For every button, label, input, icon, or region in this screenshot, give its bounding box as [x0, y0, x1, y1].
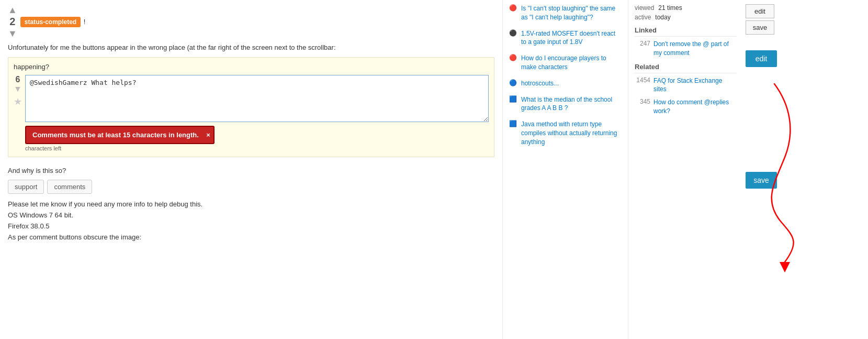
sidebar-icon-5: 🟦	[509, 120, 517, 127]
linked-count-0: 247	[635, 40, 650, 47]
info-line-4: As per comment buttons obscure the image…	[8, 233, 494, 241]
sidebar-link-2[interactable]: How do I encourage players to make chara…	[521, 54, 622, 72]
edit-button-top[interactable]: edit	[746, 4, 774, 18]
info-line-1: Please let me know if you need any more …	[8, 200, 494, 208]
related-title: Related	[635, 63, 737, 73]
sidebar-item-4: 🟦What is the median of the school grades…	[509, 95, 622, 116]
support-button[interactable]: support	[8, 180, 44, 194]
linked-items: 247Don't remove the @ part of my comment	[635, 40, 737, 58]
related-items: 1454FAQ for Stack Exchange sites345How d…	[635, 76, 737, 116]
save-button-blue[interactable]: save	[746, 172, 777, 189]
middle-links: 🔴Is "I can't stop laughing" the same as …	[509, 4, 622, 150]
vote-count: 2	[9, 16, 15, 28]
comment-section: happening? 6 ▼ ★ @SwedishGamerz What hel…	[8, 57, 494, 157]
edit-button-blue[interactable]: edit	[746, 50, 777, 67]
related-count-0: 1454	[635, 76, 650, 84]
save-button-top[interactable]: save	[746, 20, 774, 35]
vote-up-button[interactable]: ▲	[8, 5, 17, 15]
sidebar-icon-4: 🟦	[509, 95, 517, 103]
status-exclaim: !	[84, 18, 86, 26]
sidebar-icon-1: ⚫	[509, 29, 517, 37]
floating-buttons-wrapper: edit save edit save	[743, 0, 811, 339]
meta-active: active today	[635, 14, 737, 21]
sidebar-link-4[interactable]: What is the median of the school grades …	[521, 95, 622, 113]
related-count-1: 345	[635, 98, 650, 105]
meta-active-value: today	[655, 14, 670, 21]
linked-item-0: 247Don't remove the @ part of my comment	[635, 40, 737, 58]
comments-button[interactable]: comments	[47, 180, 92, 194]
char-counter: characters left	[25, 145, 489, 151]
meta-viewed-value: 21 times	[658, 4, 682, 12]
info-line-2: OS Windows 7 64 bit.	[8, 211, 494, 219]
inline-vote-count: 6	[16, 75, 20, 84]
related-link-1[interactable]: How do comment @replies work?	[653, 98, 737, 116]
sidebar-item-3: 🔵hotroscouts...	[509, 79, 622, 91]
related-link-0[interactable]: FAQ for Stack Exchange sites	[653, 76, 737, 94]
sidebar-item-2: 🔴How do I encourage players to make char…	[509, 54, 622, 75]
error-tooltip: Comments must be at least 15 characters …	[25, 126, 215, 144]
sidebar-link-0[interactable]: Is "I can't stop laughing" the same as "…	[521, 4, 622, 22]
linked-link-0[interactable]: Don't remove the @ part of my comment	[653, 40, 737, 58]
sidebar-link-5[interactable]: Java method with return type compiles wi…	[521, 120, 622, 146]
comment-happening: happening?	[14, 63, 489, 71]
middle-sidebar: 🔴Is "I can't stop laughing" the same as …	[502, 0, 628, 339]
right-sidebar: viewed 21 times active today Linked 247D…	[628, 0, 743, 339]
post-bottom: And why is this so?	[8, 166, 494, 176]
sidebar-icon-3: 🔵	[509, 79, 517, 86]
post-body: Unfortunately for me the buttons appear …	[8, 42, 494, 53]
linked-title: Linked	[635, 26, 737, 37]
comment-textarea[interactable]: @SwedishGamerz What helps?	[25, 75, 489, 122]
action-buttons: support comments	[8, 180, 494, 194]
sidebar-item-5: 🟦Java method with return type compiles w…	[509, 120, 622, 149]
related-item-0: 1454FAQ for Stack Exchange sites	[635, 76, 737, 94]
error-close-button[interactable]: ×	[206, 132, 210, 138]
inline-vote-down-button[interactable]: ▼	[14, 84, 22, 94]
vote-down-button[interactable]: ▼	[8, 29, 17, 38]
info-lines: Please let me know if you need any more …	[8, 200, 494, 241]
meta-viewed-label: viewed	[635, 4, 654, 12]
meta-viewed: viewed 21 times	[635, 4, 737, 12]
sidebar-icon-2: 🔴	[509, 54, 517, 61]
info-line-3: Firefox 38.0.5	[8, 222, 494, 230]
status-badge: status-completed	[20, 17, 81, 27]
inline-star-button[interactable]: ★	[14, 96, 22, 107]
error-message: Comments must be at least 15 characters …	[32, 131, 199, 139]
related-item-1: 345How do comment @replies work?	[635, 98, 737, 116]
sidebar-item-0: 🔴Is "I can't stop laughing" the same as …	[509, 4, 622, 25]
svg-marker-0	[780, 262, 790, 272]
sidebar-item-1: ⚫1.5V-rated MOSFET doesn't react to a ga…	[509, 29, 622, 50]
sidebar-link-3[interactable]: hotroscouts...	[521, 79, 559, 88]
sidebar-icon-0: 🔴	[509, 4, 517, 12]
meta-active-label: active	[635, 14, 651, 21]
sidebar-link-1[interactable]: 1.5V-rated MOSFET doesn't react to a gat…	[521, 29, 622, 47]
